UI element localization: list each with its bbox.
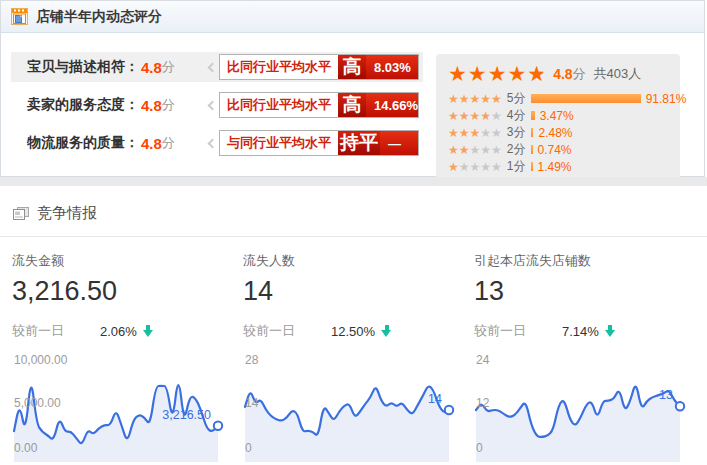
rating-score: 4.8 — [141, 97, 162, 114]
dist-label: 2分 — [507, 141, 526, 158]
stars-icon: ★★★★★ — [448, 93, 502, 105]
metric-value: 13 — [474, 276, 705, 307]
delta-label: 较前一日 — [12, 322, 100, 340]
delta-label: 较前一日 — [474, 322, 562, 340]
rating-unit: 分 — [162, 134, 175, 152]
svg-text:0: 0 — [476, 441, 483, 455]
compare-bubble: 比同行业平均水平 高 8.03% — [209, 54, 419, 80]
metric-competing-shops[interactable]: 引起本店流失店铺数 13 较前一日 7.14% 2412013 — [474, 252, 705, 462]
compare-text: 比同行业平均水平 — [220, 55, 338, 79]
dist-row-2: ★★★★★ 2分 0.74% — [448, 141, 672, 158]
trend-down-icon — [143, 325, 154, 338]
metric-value: 14 — [243, 276, 474, 307]
metric-label: 引起本店流失店铺数 — [474, 252, 705, 270]
dist-bar — [531, 94, 641, 103]
svg-text:5,000.00: 5,000.00 — [14, 396, 61, 410]
svg-text:14: 14 — [245, 396, 259, 410]
storefront-icon — [11, 8, 28, 25]
svg-text:0.00: 0.00 — [14, 441, 38, 455]
svg-text:12: 12 — [476, 396, 490, 410]
svg-text:13: 13 — [659, 388, 673, 402]
delta-value: 7.14% — [562, 324, 599, 339]
svg-text:28: 28 — [245, 353, 259, 367]
dist-row-3: ★★★★★ 3分 2.48% — [448, 124, 672, 141]
dist-percent: 3.47% — [540, 109, 574, 123]
report-icon — [13, 207, 29, 221]
summary-score: 4.8 — [553, 66, 572, 82]
shop-rating-header: 店铺半年内动态评分 — [1, 1, 704, 33]
lost-customers-chart: 2814014 — [243, 350, 465, 462]
metric-delta-row: 较前一日 2.06% — [12, 322, 243, 340]
compare-text: 与同行业平均水平 — [220, 131, 338, 155]
shop-rating-title: 店铺半年内动态评分 — [36, 8, 162, 26]
summary-rating-row: ★★★★★★ 4.8 分 共403人 — [448, 63, 672, 85]
metrics-row: 流失金额 3,216.50 较前一日 2.06% 10,000.005,000.… — [0, 237, 707, 462]
rating-row-service[interactable]: 卖家的服务态度： 4.8 分 比同行业平均水平 高 14.66% — [11, 90, 423, 120]
dist-percent: 0.74% — [538, 143, 572, 157]
dist-label: 3分 — [507, 124, 526, 141]
compare-percent: 8.03% — [366, 55, 418, 79]
rating-summary-panel: ★★★★★★ 4.8 分 共403人 ★★★★★ 5分 91.81% ★★★★★… — [436, 54, 680, 183]
compare-percent: — — [380, 131, 418, 155]
section-separator — [0, 177, 707, 186]
stars-icon: ★★★★★ — [448, 110, 502, 122]
dist-label: 4分 — [507, 107, 526, 124]
metric-value: 3,216.50 — [12, 276, 243, 307]
dist-bar — [531, 145, 533, 154]
rating-row-logistics[interactable]: 物流服务的质量： 4.8 分 与同行业平均水平 持平 — — [11, 128, 423, 158]
dist-row-1: ★★★★★ 1分 1.49% — [448, 158, 672, 175]
dist-row-5: ★★★★★ 5分 91.81% — [448, 90, 672, 107]
chevron-left-icon — [208, 100, 218, 110]
stars-icon: ★★★★★ — [448, 127, 502, 139]
svg-text:14: 14 — [428, 392, 442, 406]
rating-score: 4.8 — [141, 135, 162, 152]
rating-row-description[interactable]: 宝贝与描述相符： 4.8 分 比同行业平均水平 高 8.03% — [11, 52, 423, 82]
competition-header: 竞争情报 — [0, 186, 707, 223]
dist-bar — [531, 128, 534, 137]
compare-badge: 持平 — [338, 131, 380, 155]
compare-percent: 14.66% — [366, 93, 418, 117]
metric-label: 流失人数 — [243, 252, 474, 270]
compare-badge: 高 — [338, 55, 366, 79]
stars-icon: ★★★★★ — [448, 161, 502, 173]
metric-lost-amount[interactable]: 流失金额 3,216.50 较前一日 2.06% 10,000.005,000.… — [12, 252, 243, 462]
shop-rating-card: 店铺半年内动态评分 宝贝与描述相符： 4.8 分 比同行业平均水平 高 8.03… — [0, 0, 705, 177]
rating-score: 4.8 — [141, 59, 162, 76]
dist-bar — [531, 162, 533, 171]
dist-row-4: ★★★★★ 4分 3.47% — [448, 107, 672, 124]
dist-label: 5分 — [507, 90, 526, 107]
competition-section: 竞争情报 流失金额 3,216.50 较前一日 2.06% 10,000.005… — [0, 186, 707, 465]
metric-label: 流失金额 — [12, 252, 243, 270]
rating-unit: 分 — [162, 96, 175, 114]
rating-label: 物流服务的质量： — [27, 134, 139, 152]
rating-label: 宝贝与描述相符： — [27, 58, 139, 76]
compare-badge: 高 — [338, 93, 366, 117]
svg-text:3,216.50: 3,216.50 — [162, 408, 211, 422]
delta-label: 较前一日 — [243, 322, 331, 340]
shop-rating-body: 宝贝与描述相符： 4.8 分 比同行业平均水平 高 8.03% 卖家的服务态度： — [1, 33, 704, 183]
dist-label: 1分 — [507, 158, 526, 175]
stars-icon: ★★★★★ — [448, 144, 502, 156]
rating-rows: 宝贝与描述相符： 4.8 分 比同行业平均水平 高 8.03% 卖家的服务态度： — [11, 52, 423, 166]
rating-label: 卖家的服务态度： — [27, 96, 139, 114]
metric-lost-customers[interactable]: 流失人数 14 较前一日 12.50% 2814014 — [243, 252, 474, 462]
delta-value: 2.06% — [100, 324, 137, 339]
dashboard-page: 店铺半年内动态评分 宝贝与描述相符： 4.8 分 比同行业平均水平 高 8.03… — [0, 0, 707, 465]
dist-percent: 91.81% — [646, 92, 687, 106]
competition-title: 竞争情报 — [37, 204, 97, 223]
chevron-left-icon — [208, 138, 218, 148]
dist-bar — [531, 111, 535, 120]
summary-unit: 分 — [573, 65, 586, 83]
competing-shops-chart: 2412013 — [474, 350, 696, 462]
rating-unit: 分 — [162, 58, 175, 76]
chevron-left-icon — [208, 62, 218, 72]
compare-bubble: 比同行业平均水平 高 14.66% — [209, 92, 419, 118]
summary-total-raters: 共403人 — [594, 65, 642, 83]
dist-percent: 1.49% — [538, 160, 572, 174]
trend-down-icon — [605, 325, 616, 338]
metric-delta-row: 较前一日 12.50% — [243, 322, 474, 340]
svg-text:10,000.00: 10,000.00 — [14, 353, 68, 367]
summary-stars: ★★★★★★ — [448, 63, 547, 85]
compare-text: 比同行业平均水平 — [220, 93, 338, 117]
svg-text:24: 24 — [476, 353, 490, 367]
